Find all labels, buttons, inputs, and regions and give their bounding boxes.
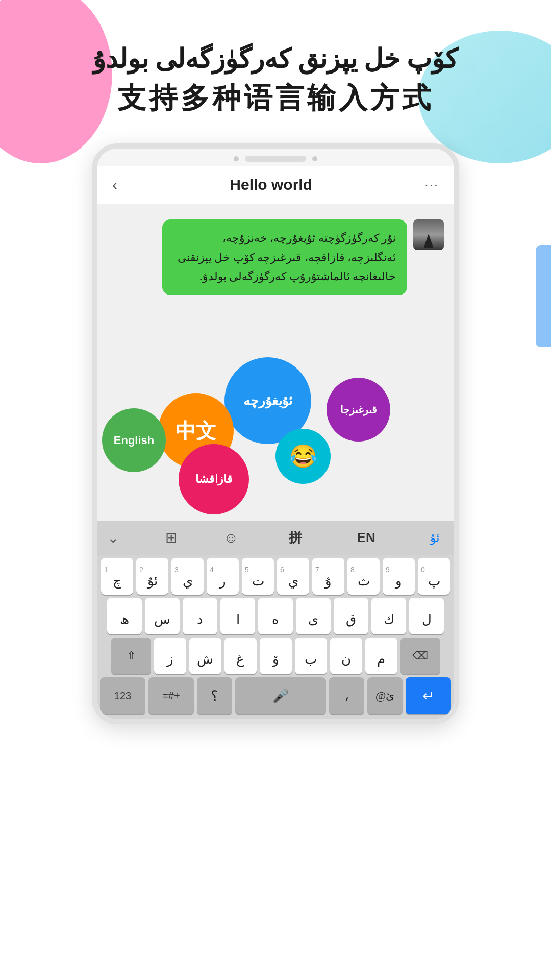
key-delete[interactable]: ⌫ <box>400 638 440 674</box>
key-comma[interactable]: ، <box>329 677 364 714</box>
key-0-p[interactable]: 0 پ <box>418 558 450 595</box>
phone-dot-left <box>234 156 239 161</box>
key-yi2[interactable]: ى <box>296 598 331 634</box>
key-a[interactable]: ا <box>220 598 255 634</box>
lang-bubble-english[interactable]: English <box>102 408 166 472</box>
key-4-r[interactable]: 4 ر <box>207 558 239 595</box>
key-2-uy[interactable]: 2 ئۇ <box>136 558 168 595</box>
lang-bubble-kazakh[interactable]: قازاقشا <box>179 444 249 514</box>
key-n[interactable]: ن <box>330 638 362 674</box>
chat-title: Hello world <box>230 176 312 193</box>
key-enter[interactable]: ↵ <box>406 677 451 714</box>
chat-avatar <box>413 219 444 250</box>
keyboard-row-3: ⇧ ز ش غ ۆ ب ن <box>100 638 451 674</box>
toolbar-sticker-icon[interactable]: ☺ <box>224 530 239 546</box>
phone-notch <box>245 156 306 162</box>
key-b[interactable]: ب <box>295 638 327 674</box>
key-9-w[interactable]: 9 و <box>383 558 415 595</box>
header-uyghur-text: كۆپ خل يپزنق كەرگۈزگەلى بولدۇ <box>31 41 520 78</box>
key-mic[interactable]: 🎤 <box>235 677 326 714</box>
chat-more-button[interactable]: ··· <box>424 177 439 193</box>
key-8-th[interactable]: 8 ث <box>347 558 380 595</box>
key-7-u[interactable]: 7 ۇ <box>312 558 344 595</box>
phone-mockup: ‹ Hello world ··· نۇر كەرگۈزگۈچتە ئۇيغۇر… <box>92 143 459 724</box>
key-6-yi[interactable]: 6 ي <box>277 558 309 595</box>
keyboard: 1 چ 2 ئۇ 3 ي 4 ر 5 ت <box>97 555 454 719</box>
key-gh[interactable]: غ <box>224 638 257 674</box>
keyboard-toolbar: ⌄ ⊞ ☺ 拼 EN ئۇ <box>97 521 454 555</box>
key-1-ch[interactable]: 1 چ <box>101 558 133 595</box>
key-s[interactable]: س <box>145 598 180 634</box>
key-l[interactable]: ل <box>409 598 444 634</box>
chat-area: نۇر كەرگۈزگۈچتە ئۇيغۇرچە، خەنزۇچە، ئەنگل… <box>97 204 454 347</box>
lang-bubble-emoji[interactable]: 😂 <box>276 429 331 484</box>
key-m[interactable]: م <box>365 638 397 674</box>
key-e[interactable]: ە <box>258 598 293 634</box>
key-5-t[interactable]: 5 ت <box>242 558 274 595</box>
toolbar-uyghur-button[interactable]: ئۇ <box>426 529 444 547</box>
header-chinese-text: 支持多种语言输入方式 <box>31 78 520 118</box>
key-z[interactable]: ز <box>154 638 186 674</box>
key-k[interactable]: ك <box>371 598 406 634</box>
phone-dot-right <box>312 156 317 161</box>
key-h[interactable]: ھ <box>107 598 142 634</box>
phone-wrapper: ‹ Hello world ··· نۇر كەرگۈزگۈچتە ئۇيغۇر… <box>0 133 551 734</box>
keyboard-row-2: ھ س د ا ە ى ق <box>100 598 451 634</box>
key-question[interactable]: ؟ <box>197 677 232 714</box>
toolbar-pinyin-button[interactable]: 拼 <box>285 527 306 549</box>
key-shift[interactable]: ⇧ <box>111 638 151 674</box>
avatar-inner <box>413 219 444 250</box>
key-123[interactable]: 123 <box>100 677 145 714</box>
key-3-y[interactable]: 3 ي <box>171 558 204 595</box>
key-d[interactable]: د <box>183 598 217 634</box>
keyboard-row-1: 1 چ 2 ئۇ 3 ي 4 ر 5 ت <box>100 558 451 595</box>
key-at[interactable]: ئ@ <box>367 677 403 714</box>
phone-top-bar <box>97 149 454 166</box>
chat-bubble-wrapper: نۇر كەرگۈزگۈچتە ئۇيغۇرچە، خەنزۇچە، ئەنگل… <box>107 219 444 295</box>
key-q[interactable]: ق <box>334 598 368 634</box>
toolbar-image-icon[interactable]: ⊞ <box>165 529 177 546</box>
key-symbol[interactable]: =#+ <box>148 677 194 714</box>
lang-bubble-kyrgyz[interactable]: قىرغىزجا <box>327 378 390 442</box>
chat-back-button[interactable]: ‹ <box>112 176 117 193</box>
toolbar-collapse-icon[interactable]: ⌄ <box>107 529 119 546</box>
toolbar-en-button[interactable]: EN <box>353 528 380 548</box>
header-section: كۆپ خل يپزنق كەرگۈزگەلى بولدۇ 支持多种语言输入方式 <box>0 0 551 133</box>
avatar-silhouette <box>421 234 436 248</box>
keyboard-row-4: 123 =#+ ؟ 🎤 ، ئ@ ↵ <box>100 677 451 714</box>
chat-bubble: نۇر كەرگۈزگۈچتە ئۇيغۇرچە، خەنزۇچە، ئەنگل… <box>162 219 407 295</box>
key-oe[interactable]: ۆ <box>260 638 292 674</box>
language-bubble-overlay: ئۇيغۇرچە 中文 English قىرغىزجا قازاقشا 😂 <box>97 347 454 521</box>
key-sh[interactable]: ش <box>189 638 221 674</box>
chat-header: ‹ Hello world ··· <box>97 166 454 204</box>
